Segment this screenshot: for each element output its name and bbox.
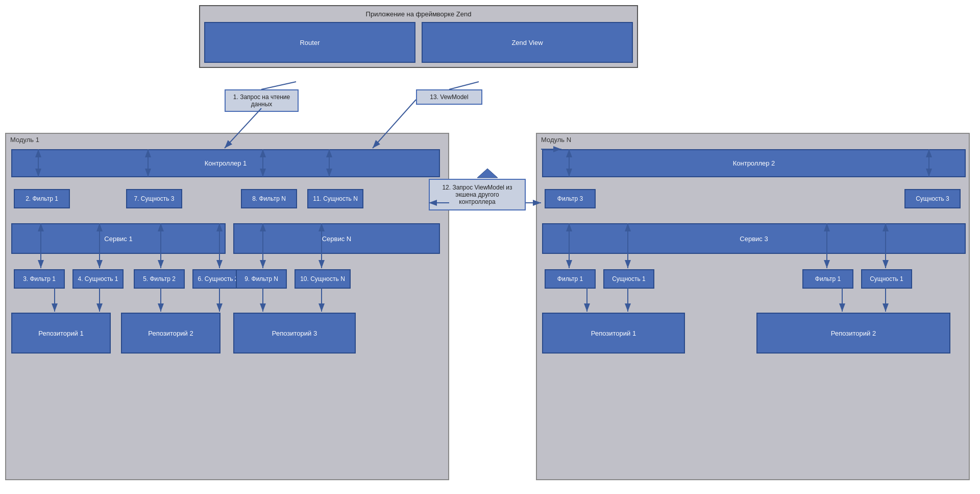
repo2-box: Репозиторий 2 xyxy=(121,313,220,354)
app-title: Приложение на фреймворке Zend xyxy=(204,10,633,18)
filter2-box: 2. Фильтр 1 xyxy=(14,189,70,208)
repo1-box: Репозиторий 1 xyxy=(11,313,111,354)
module1-label: Модуль 1 xyxy=(6,134,448,146)
diagram-container: Приложение на фреймворке Zend Router Zen… xyxy=(0,0,980,494)
callout-13-text: 13. VewModel xyxy=(430,93,468,101)
filterN1a-box: Фильтр 1 xyxy=(545,269,596,289)
filter3-box: 3. Фильтр 1 xyxy=(14,269,65,289)
svg-line-5 xyxy=(449,82,479,89)
callout-12-text: 12. Запрос ViewModel изэкшена другогокон… xyxy=(442,184,512,205)
svg-line-3 xyxy=(261,82,296,89)
filter8-box: 8. Фильтр N xyxy=(241,189,297,208)
module1-container: Модуль 1 Контроллер 1 2. Фильтр 1 7. Сущ… xyxy=(5,133,449,480)
entity11-box: 11. Сущность N xyxy=(307,189,363,208)
callout-1: 1. Запрос на чтениеданных xyxy=(225,89,299,112)
serviceN-box: Сервис N xyxy=(233,223,440,254)
callout-12: 12. Запрос ViewModel изэкшена другогокон… xyxy=(429,179,526,210)
entityN1b-box: Сущность 1 xyxy=(861,269,912,289)
repo3-box: Репозиторий 3 xyxy=(233,313,356,354)
entityN1a-box: Сущность 1 xyxy=(603,269,654,289)
filter9-box: 9. Фильтр N xyxy=(236,269,287,289)
entityN3-box: Сущность 3 xyxy=(904,189,961,208)
zendview-label: Zend View xyxy=(511,39,543,46)
service1-box: Сервис 1 xyxy=(11,223,226,254)
svg-marker-36 xyxy=(477,169,498,178)
router-box: Router xyxy=(204,22,415,63)
callout-13: 13. VewModel xyxy=(416,89,482,105)
service3-box: Сервис 3 xyxy=(542,223,966,254)
zendview-box: Zend View xyxy=(422,22,633,63)
entity4-box: 4. Сущность 1 xyxy=(72,269,124,289)
entity7-box: 7. Сущность 3 xyxy=(126,189,182,208)
repoN2-box: Репозиторий 2 xyxy=(756,313,950,354)
router-label: Router xyxy=(300,39,320,46)
repoN1-box: Репозиторий 1 xyxy=(542,313,685,354)
controller2-box: Контроллер 2 xyxy=(542,149,966,177)
moduleN-container: Модуль N Контроллер 2 Фильтр 3 Сущность … xyxy=(536,133,970,480)
moduleN-label: Модуль N xyxy=(537,134,969,146)
filter5-box: 5. Фильтр 2 xyxy=(134,269,185,289)
controller1-box: Контроллер 1 xyxy=(11,149,440,177)
app-container: Приложение на фреймворке Zend Router Zen… xyxy=(199,5,638,68)
entity10-box: 10. Сущность N xyxy=(295,269,351,289)
filterN3-box: Фильтр 3 xyxy=(545,189,596,208)
filterN1b-box: Фильтр 1 xyxy=(802,269,853,289)
callout-1-text: 1. Запрос на чтениеданных xyxy=(233,93,290,108)
